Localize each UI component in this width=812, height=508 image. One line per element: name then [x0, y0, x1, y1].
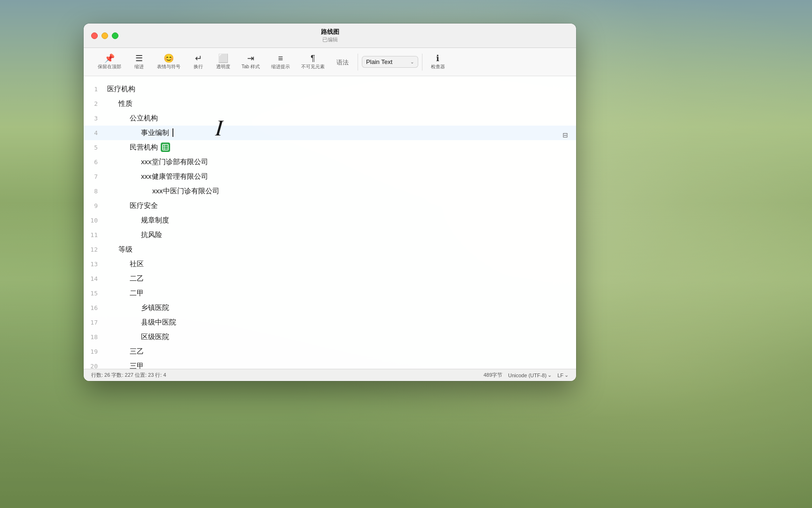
line-text[interactable]: 二甲: [107, 286, 144, 300]
emoji-label: 表情与符号: [157, 64, 180, 70]
line-number: 16: [84, 302, 107, 315]
line-text[interactable]: 规章制度: [107, 214, 169, 227]
editor-line: 14二乙: [84, 271, 576, 286]
editor-line: 8xxx中医门诊有限公司: [84, 184, 576, 198]
svg-rect-0: [163, 144, 168, 150]
line-number: 12: [84, 243, 107, 256]
editor-line: 16乡镇医院: [84, 301, 576, 315]
line-text[interactable]: 三乙: [107, 345, 144, 358]
titlebar: 路线图 已编辑: [84, 24, 576, 48]
indent-button[interactable]: ☰ 缩进: [128, 52, 150, 72]
line-text[interactable]: xxx堂门诊部有限公司: [107, 155, 208, 168]
maximize-button[interactable]: [112, 32, 118, 39]
minimize-button[interactable]: [102, 32, 108, 39]
inspector-button[interactable]: ℹ 检查器: [426, 52, 450, 72]
editor-line: 12等级: [84, 242, 576, 257]
window-title: 路线图: [321, 28, 339, 36]
editor-line: 1医疗机构: [84, 82, 576, 96]
pin-icon: 📌: [104, 54, 115, 63]
invisible-icon: ¶: [311, 54, 315, 63]
line-number: 18: [84, 331, 107, 344]
indent-hint-icon: ≡: [278, 54, 283, 63]
line-number: 2: [84, 97, 107, 111]
line-text[interactable]: 社区: [107, 257, 144, 270]
line-text[interactable]: 区级医院: [107, 330, 169, 343]
opacity-label: 透明度: [216, 64, 230, 70]
chevron-down-icon: ⌄: [410, 59, 414, 64]
pin-label: 保留在顶部: [98, 64, 121, 70]
line-ending-selector[interactable]: LF ⌄: [557, 372, 569, 378]
tab-style-button[interactable]: ⇥ Tab 样式: [237, 52, 265, 72]
editor-line: 19三乙: [84, 344, 576, 359]
status-char-count: 489字节: [484, 372, 502, 379]
line-text[interactable]: 等级: [107, 243, 133, 256]
line-number: 5: [84, 141, 107, 154]
line-text[interactable]: xxx中医门诊有限公司: [107, 184, 219, 198]
editor-line: 17县级中医院: [84, 315, 576, 330]
text-cursor-inline: [172, 128, 173, 137]
line-number: 17: [84, 316, 107, 329]
indent-icon: ☰: [135, 54, 143, 63]
statusbar: 行数: 26 字数: 227 位置: 23 行: 4 489字节 Unicode…: [84, 369, 576, 381]
line-number: 3: [84, 112, 107, 125]
editor-line: 10规章制度: [84, 213, 576, 228]
tab-style-icon: ⇥: [247, 54, 254, 63]
line-text[interactable]: 医疗机构: [107, 82, 135, 95]
editor-line: 15二甲: [84, 286, 576, 301]
title-info: 路线图 已编辑: [321, 28, 339, 43]
invisible-button[interactable]: ¶ 不可见元素: [297, 52, 329, 72]
line-text[interactable]: 乡镇医院: [107, 301, 169, 314]
style-selector[interactable]: Plain Text ⌄: [362, 56, 418, 68]
replace-label: 换行: [194, 64, 203, 70]
editor-line: 4事业编制: [84, 126, 576, 140]
editor-line: 11抗风险: [84, 228, 576, 242]
close-button[interactable]: [91, 32, 98, 39]
editor[interactable]: 1医疗机构2性质3公立机构4事业编制5民营机构6xxx堂门诊部有限公司7xxx健…: [84, 76, 576, 369]
tab-style-label: Tab 样式: [242, 64, 260, 70]
line-text[interactable]: 性质: [107, 97, 133, 110]
grammar-button[interactable]: 语法: [331, 56, 354, 69]
editor-line: 18区级医院: [84, 330, 576, 344]
line-number: 8: [84, 185, 107, 198]
collapse-icon: ⊟: [562, 131, 568, 139]
line-number: 20: [84, 360, 107, 369]
line-number: 9: [84, 199, 107, 213]
line-text[interactable]: 公立机构: [107, 111, 158, 125]
line-number: 6: [84, 156, 107, 169]
line-number: 19: [84, 345, 107, 358]
line-number: 11: [84, 229, 107, 242]
pin-button[interactable]: 📌 保留在顶部: [93, 52, 126, 72]
line-text[interactable]: 三甲: [107, 359, 144, 369]
editor-line: 9医疗安全: [84, 198, 576, 213]
status-right: 489字节 Unicode (UTF-8) ⌄ LF ⌄: [484, 372, 569, 379]
indent-hint-button[interactable]: ≡ 缩进提示: [266, 52, 295, 72]
inspector-label: 检查器: [431, 64, 445, 70]
line-number: 14: [84, 272, 107, 286]
line-number: 1: [84, 83, 107, 96]
indent-hint-label: 缩进提示: [271, 64, 290, 70]
line-ending-chevron: ⌄: [564, 372, 569, 378]
editor-line: 6xxx堂门诊部有限公司: [84, 155, 576, 169]
opacity-button[interactable]: ⬜ 透明度: [211, 52, 235, 72]
line-text[interactable]: 民营机构: [107, 141, 170, 154]
replace-button[interactable]: ↵ 换行: [187, 52, 210, 72]
line-ending-value: LF: [557, 373, 563, 378]
line-text[interactable]: 事业编制: [107, 126, 173, 139]
line-number: 15: [84, 287, 107, 300]
editor-line: 5民营机构: [84, 140, 576, 155]
encoding-chevron: ⌄: [547, 372, 552, 378]
line-text[interactable]: xxx健康管理有限公司: [107, 170, 208, 183]
line-text[interactable]: 抗风险: [107, 228, 162, 241]
grammar-label: 语法: [336, 58, 349, 67]
emoji-button[interactable]: 😊 表情与符号: [152, 52, 185, 72]
line-text[interactable]: 二乙: [107, 272, 144, 285]
style-value: Plain Text: [366, 58, 392, 65]
invisible-label: 不可见元素: [301, 64, 325, 70]
main-window: 路线图 已编辑 📌 保留在顶部 ☰ 缩进 😊 表情与符号 ↵ 换行 ⬜ 透明度 …: [84, 24, 576, 381]
line-text[interactable]: 县级中医院: [107, 316, 176, 329]
line-text[interactable]: 医疗安全: [107, 199, 158, 212]
encoding-selector[interactable]: Unicode (UTF-8) ⌄: [508, 372, 552, 378]
inline-table-badge[interactable]: [161, 143, 170, 152]
indent-label: 缩进: [134, 64, 144, 70]
collapse-panel-button[interactable]: ⊟: [560, 130, 570, 140]
